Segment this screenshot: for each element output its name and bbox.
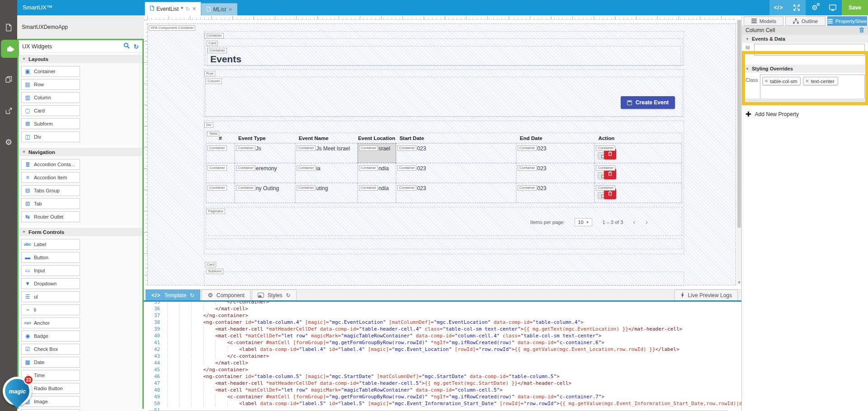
action-cell[interactable]: Container — [594, 183, 682, 203]
widget-dropdown[interactable]: ▼Dropdown — [21, 278, 80, 289]
trash-icon[interactable] — [859, 27, 864, 34]
code-line[interactable]: 45 </ng-container> — [144, 366, 741, 373]
file-icon[interactable] — [0, 20, 17, 35]
table-cell[interactable]: Container — [206, 183, 235, 203]
widget-container[interactable]: ▣Container — [21, 66, 80, 77]
services-icon[interactable]: ⚙⚙ — [806, 0, 824, 15]
collapse-triangle-icon[interactable]: ▼ — [745, 67, 749, 71]
scrollbar-thumb[interactable] — [737, 20, 741, 228]
column-header-end-date[interactable]: End Date — [516, 135, 595, 141]
table-tag[interactable]: Table — [207, 131, 219, 136]
pages-icon[interactable] — [0, 71, 17, 87]
collapse-triangle-icon[interactable]: ▼ — [22, 57, 26, 61]
xpa-tag[interactable]: XPA Component Container — [149, 25, 195, 31]
tab-models[interactable]: Models — [744, 16, 783, 26]
table-cell[interactable]: Container — [206, 143, 235, 163]
search-icon[interactable] — [123, 42, 130, 50]
table-cell[interactable]: Container023 — [396, 183, 516, 203]
container-tag[interactable]: Container — [397, 185, 417, 191]
widget-section-navigation[interactable]: ▼Navigation — [19, 148, 142, 156]
code-line[interactable]: 38 <ng-container id="table-column.4" [ma… — [144, 319, 741, 326]
table-cell[interactable]: Containerndia — [358, 163, 396, 183]
close-icon[interactable]: ✕ — [192, 6, 196, 12]
table-cell[interactable]: Container023 — [396, 143, 516, 163]
table-cell[interactable]: Containersrael — [358, 143, 396, 163]
div-tag[interactable]: Div — [204, 122, 213, 128]
id-input[interactable] — [754, 44, 865, 56]
canvas-vertical-scrollbar[interactable]: ▼ — [737, 20, 741, 285]
code-line[interactable]: 37 </ng-container> — [144, 312, 741, 319]
page-size-select[interactable]: 10 ▼ — [575, 218, 592, 226]
close-icon[interactable]: ✕ — [228, 7, 232, 13]
tab-styles[interactable]: Styles ↻ — [252, 290, 297, 300]
widget-row[interactable]: ▤Row — [21, 79, 80, 90]
column-header-action[interactable]: Action — [594, 135, 682, 141]
widget-button[interactable]: ▬Button — [21, 252, 80, 263]
widget-li[interactable]: −li — [21, 304, 80, 315]
code-line[interactable]: 36 </mat-cell> — [144, 305, 741, 312]
refresh-icon[interactable]: ↻ — [286, 292, 291, 299]
remove-chip-icon[interactable]: ✕ — [805, 79, 809, 84]
code-line[interactable]: 39 <mat-header-cell *matHeaderCellDef da… — [144, 326, 741, 332]
table-cell[interactable]: Container023 — [516, 143, 595, 163]
table-cell[interactable]: Containerndia — [358, 183, 396, 203]
collapse-triangle-icon[interactable]: ▼ — [745, 37, 749, 41]
class-chip-table-col-sm[interactable]: ✕table-col-sm — [762, 77, 801, 85]
code-line[interactable]: 43 </c-container> — [144, 353, 741, 360]
container-tag[interactable]: Container — [297, 165, 316, 171]
code-icon[interactable]: </> — [769, 0, 788, 15]
container-tag[interactable]: Container — [359, 185, 378, 191]
tab-component[interactable]: ⚙ Component — [202, 290, 250, 300]
table-cell[interactable]: Container023 — [396, 163, 516, 183]
widget-subform[interactable]: ⊞Subform — [21, 118, 80, 129]
widget-badge[interactable]: ◉Badge — [21, 331, 80, 341]
widget-div[interactable]: ◫Div — [21, 131, 80, 142]
class-chip-text-center[interactable]: ✕text-center — [803, 77, 838, 85]
code-line[interactable]: 42 <label data-comp-id="label.4" id="lab… — [144, 346, 741, 353]
container-tag[interactable]: Container — [236, 165, 255, 171]
code-line[interactable]: 44 </mat-cell> — [144, 360, 741, 366]
column-tag[interactable]: Column — [206, 79, 222, 84]
refresh-icon[interactable]: ↻ — [190, 292, 194, 299]
section-styling-overrides[interactable]: ▼ Styling Overrides — [742, 65, 868, 73]
add-new-property-button[interactable]: ✚ Add New Property — [745, 110, 799, 118]
save-button[interactable]: Save — [842, 0, 868, 15]
column-header-event-type[interactable]: Event Type — [235, 135, 295, 141]
bottom-card-block[interactable]: Card Subform — [205, 261, 223, 274]
widget-column[interactable]: ▥Column — [21, 92, 80, 103]
widget-card[interactable]: ▢Card — [21, 105, 80, 116]
table-cell[interactable]: Container023 — [516, 183, 595, 203]
table-cell[interactable]: Containerny Outing — [235, 183, 295, 203]
action-cell[interactable]: Container — [594, 163, 682, 183]
code-line[interactable]: 49 <c-container #matCell [formGroup]="mg… — [144, 393, 741, 400]
code-line[interactable]: 50 <label data-comp-id="label.5" id="lab… — [144, 400, 741, 407]
card-block[interactable]: Card Container Events — [205, 38, 683, 65]
code-editor[interactable]: 35 </c-container>36 </mat-cell>37 </ng-c… — [144, 302, 741, 411]
doc-tab-eventlist[interactable]: EventList*↻✕ — [145, 2, 201, 15]
column-header-event-name[interactable]: Event Name — [295, 135, 358, 141]
widget-select-input[interactable]: ▤Select Input — [21, 409, 80, 411]
container-tag[interactable]: Container — [397, 165, 417, 171]
widget-router-outlet[interactable]: ⇆Router Outlet — [21, 211, 80, 222]
column-block[interactable]: Column Create Event — [205, 77, 683, 117]
widget-accordion-conta[interactable]: ≣Accordion Conta... — [21, 159, 80, 170]
section-events-data[interactable]: ▼ Events & Data — [742, 35, 868, 43]
container-tag[interactable]: Container — [204, 33, 224, 38]
container-tag[interactable]: Container — [297, 185, 316, 191]
refresh-icon[interactable]: ↻ — [185, 6, 190, 12]
tab-outline[interactable]: Outline — [785, 16, 825, 26]
table-cell[interactable]: Container — [206, 163, 235, 183]
widget-date[interactable]: ▦Date — [21, 357, 80, 368]
expand-icon[interactable] — [788, 0, 806, 15]
preview-icon[interactable] — [824, 0, 842, 15]
code-line[interactable]: 35 </c-container> — [144, 302, 741, 305]
code-line[interactable]: 47 <mat-header-cell *matHeaderCellDef da… — [144, 380, 741, 387]
row-block[interactable]: Row Column Create Event — [204, 69, 684, 117]
table-cell[interactable]: Containeria — [295, 163, 358, 183]
code-line[interactable]: 41 <c-container #matCell [formGroup]="mg… — [144, 339, 741, 346]
widget-section-form-controls[interactable]: ▼Form Controls — [19, 228, 142, 236]
widget-section-layouts[interactable]: ▼Layouts — [19, 55, 142, 63]
widget-ul[interactable]: ☰ul — [21, 291, 80, 302]
container-tag[interactable]: Container — [359, 145, 378, 151]
row-tag[interactable]: Row — [204, 71, 215, 76]
